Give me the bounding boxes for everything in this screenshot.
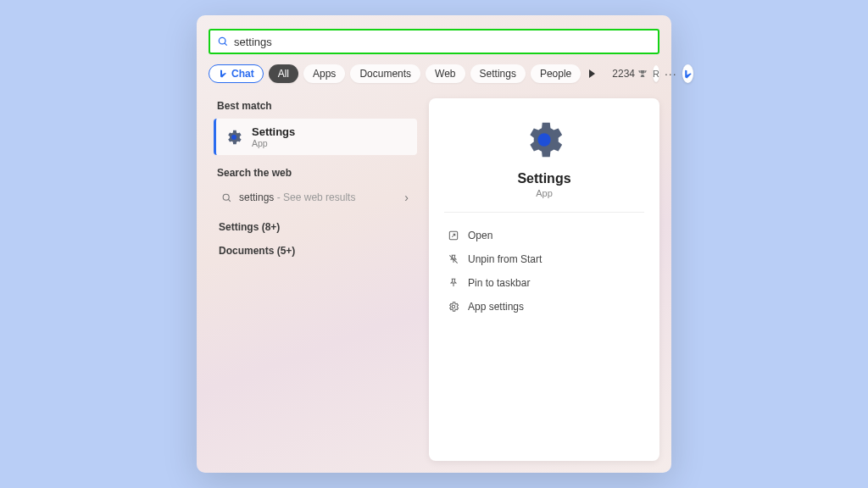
category-documents[interactable]: Documents (5+) [219, 245, 420, 257]
unpin-icon [448, 253, 459, 265]
chat-tab-label: Chat [231, 68, 254, 80]
best-match-subtitle: App [252, 138, 295, 148]
rewards-points-value: 2234 [612, 68, 635, 80]
svg-point-3 [223, 194, 229, 200]
action-pin-taskbar[interactable]: Pin to taskbar [444, 272, 644, 294]
filter-apps[interactable]: Apps [303, 64, 345, 83]
svg-point-0 [219, 37, 225, 44]
detail-subtitle: App [536, 188, 553, 198]
search-web-heading: Search the web [217, 167, 420, 179]
filter-web[interactable]: Web [426, 64, 465, 83]
svg-point-2 [231, 135, 236, 140]
rewards-points[interactable]: 2234 [612, 68, 648, 80]
results-column: Best match Settings App Search the web [209, 98, 420, 461]
more-filters-arrow-icon[interactable] [589, 69, 595, 78]
pin-icon [448, 277, 459, 289]
action-label: App settings [468, 301, 524, 313]
bing-chat-icon [218, 69, 228, 79]
search-input[interactable] [234, 36, 651, 48]
action-label: Pin to taskbar [468, 277, 530, 289]
web-result-row[interactable]: settings - See web results › [209, 186, 420, 209]
gear-icon [448, 301, 459, 313]
category-settings[interactable]: Settings (8+) [219, 221, 420, 233]
search-bar[interactable] [209, 29, 659, 54]
search-icon [220, 191, 232, 203]
detail-pane: Settings App Open Unpin from Start [429, 98, 659, 461]
best-match-heading: Best match [217, 100, 420, 112]
chat-tab[interactable]: Chat [209, 64, 264, 83]
more-menu-icon[interactable]: ··· [665, 67, 677, 80]
start-search-panel: Chat All Apps Documents Web Settings Peo… [197, 15, 671, 473]
detail-title: Settings [517, 171, 570, 186]
best-match-title: Settings [252, 125, 295, 138]
chevron-right-icon: › [404, 191, 409, 204]
best-match-result[interactable]: Settings App [214, 119, 417, 155]
action-unpin-start[interactable]: Unpin from Start [444, 248, 644, 270]
filter-settings[interactable]: Settings [470, 64, 526, 83]
action-label: Open [468, 230, 492, 241]
settings-app-large-icon [521, 117, 567, 163]
bing-button[interactable] [682, 64, 693, 83]
web-result-term: settings [239, 191, 274, 203]
web-result-suffix: - See web results [274, 191, 355, 203]
svg-point-5 [537, 133, 550, 146]
user-avatar[interactable]: R [653, 65, 659, 82]
action-app-settings[interactable]: App settings [444, 296, 644, 318]
filter-documents[interactable]: Documents [350, 64, 420, 83]
svg-line-1 [225, 43, 227, 46]
settings-app-icon [225, 128, 243, 147]
trophy-icon [637, 69, 648, 79]
filter-people[interactable]: People [531, 64, 581, 83]
action-label: Unpin from Start [468, 253, 542, 265]
open-icon [448, 230, 459, 241]
svg-point-8 [452, 305, 455, 308]
action-open[interactable]: Open [444, 225, 644, 247]
bing-icon [682, 69, 693, 80]
filter-all[interactable]: All [269, 64, 298, 83]
filter-row: Chat All Apps Documents Web Settings Peo… [209, 64, 659, 83]
search-icon [217, 36, 229, 47]
svg-line-4 [228, 199, 231, 202]
